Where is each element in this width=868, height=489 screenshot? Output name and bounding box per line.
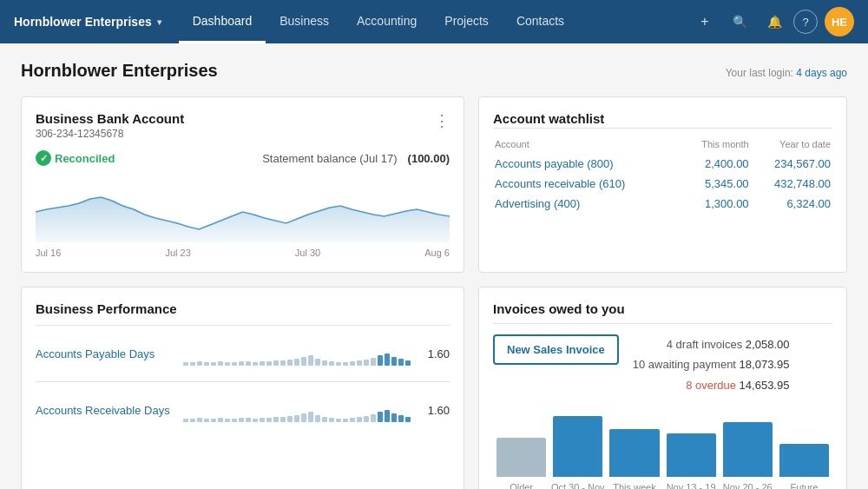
brand-chevron-icon: ▾ <box>157 17 161 27</box>
watchlist-divider <box>493 128 832 129</box>
sparkline-labels: Jul 16 Jul 23 Jul 30 Aug 6 <box>36 248 450 258</box>
table-row: Accounts payable (800) 2,400.00 234,567.… <box>495 155 831 173</box>
bar-chart-labels: OlderOct 30 - Nov 5This weekNov 13 - 19N… <box>493 482 832 489</box>
nav-business[interactable]: Business <box>266 0 343 43</box>
account-name[interactable]: Accounts payable (800) <box>495 155 680 173</box>
bank-card-menu-icon[interactable]: ⋮ <box>434 111 450 130</box>
last-login-link[interactable]: 4 days ago <box>796 67 847 79</box>
page-content: Hornblower Enterprises Your last login: … <box>0 43 868 489</box>
performance-card: Business Performance Accounts Payable Da… <box>21 287 464 489</box>
watchlist-card: Account watchlist Account This month Yea… <box>478 96 847 273</box>
invoices-divider <box>493 323 832 324</box>
brand-name: Hornblower Enterprises <box>14 15 152 29</box>
reconcile-check-icon: ✓ <box>36 150 51 166</box>
sparkline-label-3: Jul 30 <box>295 248 320 258</box>
reconcile-row: ✓ Reconciled Statement balance (Jul 17) … <box>36 150 450 166</box>
invoices-title: Invoices owed to you <box>493 301 832 316</box>
stat-label-1: 4 draft invoices <box>667 338 742 351</box>
navbar: Hornblower Enterprises ▾ Dashboard Busin… <box>0 0 868 43</box>
bar-label: This week <box>606 482 662 489</box>
stat-label-overdue: 8 overdue <box>686 379 736 392</box>
watchlist-table: Account This month Year to date Accounts… <box>493 137 832 215</box>
bar-label: Oct 30 - Nov 5 <box>549 482 606 489</box>
this-month-val: 2,400.00 <box>681 155 748 173</box>
nav-accounting[interactable]: Accounting <box>343 0 431 43</box>
stat-row-2: 10 awaiting payment 18,073.95 <box>633 354 790 374</box>
nav-projects[interactable]: Projects <box>431 0 503 43</box>
stat-val-2: 18,073.95 <box>740 358 790 371</box>
watchlist-title: Account watchlist <box>493 111 832 126</box>
this-month-val: 1,300.00 <box>681 195 748 213</box>
year-to-date-val: 6,324.00 <box>751 195 831 213</box>
stat-row-1: 4 draft invoices 2,058.00 <box>633 334 790 354</box>
this-month-val: 5,345.00 <box>681 175 748 193</box>
stat-label-2: 10 awaiting payment <box>633 358 736 371</box>
perf-bars-1 <box>183 341 411 366</box>
nav-dashboard[interactable]: Dashboard <box>179 0 266 43</box>
invoices-card: Invoices owed to you New Sales Invoice 4… <box>478 287 847 489</box>
perf-divider-1 <box>36 325 450 326</box>
col-account: Account <box>495 139 680 153</box>
table-row: Accounts receivable (610) 5,345.00 432,7… <box>495 175 831 193</box>
statement-label: Statement balance (Jul 17) <box>262 152 397 165</box>
account-name[interactable]: Accounts receivable (610) <box>495 175 680 193</box>
account-name[interactable]: Advertising (400) <box>495 195 680 213</box>
nav-links: Dashboard Business Accounting Projects C… <box>179 0 689 43</box>
help-button[interactable]: ? <box>793 10 818 34</box>
invoice-top: New Sales Invoice 4 draft invoices 2,058… <box>493 334 832 395</box>
perf-row-2: Accounts Receivable Days 1.60 <box>36 391 450 429</box>
add-button[interactable]: + <box>689 6 720 37</box>
col-this-month: This month <box>681 139 748 153</box>
sparkline-chart <box>36 173 450 242</box>
bar-label: Future <box>776 482 832 489</box>
new-invoice-button[interactable]: New Sales Invoice <box>493 334 619 365</box>
stat-val-1: 2,058.00 <box>746 338 790 351</box>
perf-divider-2 <box>36 381 450 382</box>
nav-icons: + 🔍 🔔 ? HE <box>689 6 854 37</box>
reconcile-label: Reconciled <box>55 152 115 165</box>
bank-account-number: 306-234-12345678 <box>36 128 184 140</box>
avatar[interactable]: HE <box>825 7 854 36</box>
bar-label: Older <box>493 482 549 489</box>
sparkline-label-2: Jul 23 <box>165 248 190 258</box>
bar-group <box>667 433 716 477</box>
bar-label: Nov 20 - 26 <box>720 482 776 489</box>
bar-label: Nov 13 - 19 <box>663 482 720 489</box>
perf-label-1[interactable]: Accounts Payable Days <box>36 347 174 360</box>
col-year-to-date: Year to date <box>751 139 831 153</box>
stat-val-3: 14,653.95 <box>740 379 790 392</box>
dashboard-grid: Business Bank Account 306-234-12345678 ⋮… <box>21 96 847 489</box>
year-to-date-val: 432,748.00 <box>751 175 831 193</box>
performance-title: Business Performance <box>36 301 450 316</box>
page-header: Hornblower Enterprises Your last login: … <box>21 61 847 81</box>
reconcile-badge: ✓ Reconciled <box>36 150 115 166</box>
nav-contacts[interactable]: Contacts <box>503 0 578 43</box>
perf-label-2[interactable]: Accounts Receivable Days <box>36 404 174 417</box>
page-title: Hornblower Enterprises <box>21 61 218 81</box>
bank-card-header: Business Bank Account 306-234-12345678 ⋮ <box>36 111 450 150</box>
invoice-stats: 4 draft invoices 2,058.00 10 awaiting pa… <box>633 334 790 395</box>
stat-row-3: 8 overdue 14,653.95 <box>633 375 790 395</box>
perf-bars-2 <box>183 398 411 422</box>
bar-group <box>553 416 602 477</box>
notifications-button[interactable]: 🔔 <box>759 6 790 37</box>
perf-value-2: 1.60 <box>419 404 450 417</box>
statement-amount: (100.00) <box>408 152 450 165</box>
year-to-date-val: 234,567.00 <box>751 155 831 173</box>
perf-value-1: 1.60 <box>419 347 450 360</box>
search-button[interactable]: 🔍 <box>724 6 755 37</box>
nav-brand[interactable]: Hornblower Enterprises ▾ <box>14 15 172 29</box>
sparkline-label-1: Jul 16 <box>36 248 61 258</box>
bar-group <box>779 444 829 477</box>
bar-group <box>609 429 659 477</box>
table-row: Advertising (400) 1,300.00 6,324.00 <box>495 195 831 213</box>
last-login: Your last login: 4 days ago <box>726 67 847 79</box>
bank-card-title: Business Bank Account <box>36 111 184 126</box>
sparkline-label-4: Aug 6 <box>424 248 450 258</box>
perf-row-1: Accounts Payable Days 1.60 <box>36 334 450 373</box>
bank-account-card: Business Bank Account 306-234-12345678 ⋮… <box>21 96 464 273</box>
invoice-bar-chart <box>493 407 832 477</box>
bar-group <box>723 422 773 477</box>
bar-group <box>496 438 546 477</box>
